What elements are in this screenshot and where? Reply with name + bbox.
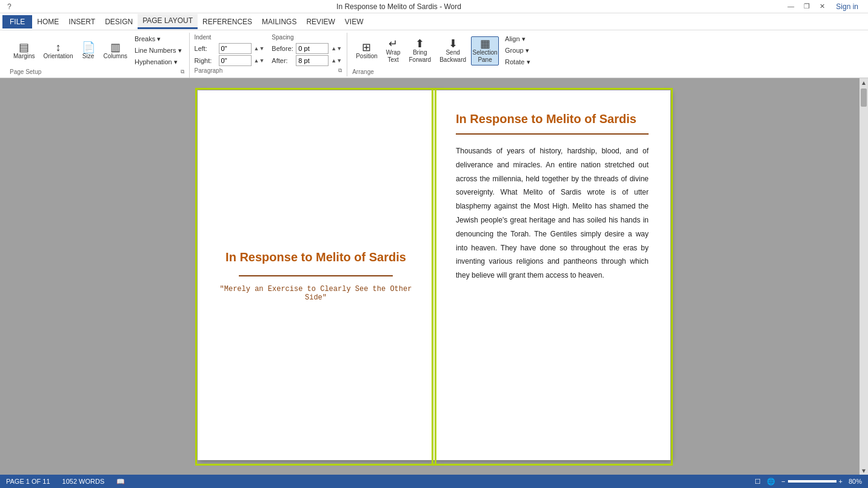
help-icon[interactable]: ? — [5, 2, 14, 11]
ribbon: ▤ Margins ↕ Orientation 📄 Size ▥ Columns… — [0, 30, 868, 78]
spacing-before-input[interactable] — [296, 43, 329, 54]
scroll-thumb[interactable] — [861, 89, 867, 107]
menu-file[interactable]: FILE — [2, 15, 32, 28]
indent-group: Indent Left: ▲▼ Right: ▲▼ — [195, 34, 265, 66]
indent-right-label: Right: — [195, 57, 216, 64]
paragraph-label: Paragraph — [195, 67, 223, 74]
menu-design[interactable]: DESIGN — [100, 15, 138, 28]
scroll-down-arrow[interactable]: ▼ — [860, 466, 868, 475]
close-button[interactable]: ✕ — [816, 2, 829, 11]
restore-button[interactable]: ❐ — [800, 2, 813, 11]
menu-references[interactable]: REFERENCES — [198, 15, 257, 28]
menu-home[interactable]: HOME — [32, 15, 64, 28]
indent-left-spinner[interactable]: ▲▼ — [254, 45, 265, 52]
page1-divider — [239, 275, 393, 276]
position-icon: ⊞ — [362, 42, 371, 53]
group-label: Group ▾ — [505, 47, 529, 55]
sign-in-button[interactable]: Sign in — [831, 2, 863, 11]
page-1[interactable]: In Response to Melito of Sardis "Merely … — [198, 90, 434, 460]
size-icon: 📄 — [82, 42, 95, 53]
spacing-before-spinner[interactable]: ▲▼ — [331, 45, 342, 52]
send-backward-button[interactable]: ⬇ SendBackward — [436, 37, 470, 65]
page2-title: In Response to Melito of Sardis — [456, 112, 649, 126]
title-bar: ? In Response to Melito of Sardis - Word… — [0, 0, 868, 13]
indent-right-input[interactable] — [219, 55, 252, 66]
spacing-label: Spacing — [272, 34, 342, 41]
selection-pane-button[interactable]: ▦ Selection Pane — [471, 36, 499, 65]
send-backward-label: SendBackward — [439, 49, 466, 64]
rotate-button[interactable]: Rotate ▾ — [502, 57, 532, 67]
document-title: In Response to Melito of Sardis - Word — [336, 2, 461, 11]
wrap-text-button[interactable]: ↵ WrapText — [382, 37, 404, 65]
menu-mailings[interactable]: MAILINGS — [257, 15, 301, 28]
menu-insert[interactable]: INSERT — [64, 15, 100, 28]
menu-review[interactable]: REVIEW — [301, 15, 339, 28]
selection-pane-icon: ▦ — [480, 38, 490, 49]
wrap-text-label: WrapText — [386, 49, 401, 64]
margins-icon: ▤ — [19, 42, 29, 53]
page-setup-group: ▤ Margins ↕ Orientation 📄 Size ▥ Columns… — [5, 33, 190, 78]
columns-icon: ▥ — [110, 42, 121, 53]
page-2[interactable]: In Response to Melito of Sardis Thousand… — [434, 90, 670, 460]
spacing-before-label: Before: — [272, 45, 293, 52]
breaks-button[interactable]: Breaks ▾ — [132, 34, 184, 44]
margins-label: Margins — [13, 53, 35, 60]
group-button[interactable]: Group ▾ — [502, 45, 532, 56]
breaks-label: Breaks ▾ — [135, 35, 161, 43]
hyphenation-label: Hyphenation ▾ — [135, 58, 178, 66]
status-bar: PAGE 1 OF 11 1052 WORDS 📖 ☐ 🌐 − + 80% — [0, 475, 868, 475]
orientation-icon: ↕ — [56, 42, 61, 53]
rotate-label: Rotate ▾ — [505, 58, 530, 66]
arrange-group: ⊞ Position ↵ WrapText ⬆ BringForward ⬇ S… — [347, 33, 537, 78]
arrange-label: Arrange — [352, 69, 374, 75]
position-button[interactable]: ⊞ Position — [352, 41, 381, 61]
spacing-after-label: After: — [272, 57, 293, 64]
columns-button[interactable]: ▥ Columns — [100, 41, 131, 61]
indent-label: Indent — [195, 34, 265, 41]
align-label: Align ▾ — [505, 35, 526, 43]
pages-container: In Response to Melito of Sardis "Merely … — [198, 90, 670, 463]
spacing-group: Spacing Before: ▲▼ After: ▲▼ — [272, 34, 342, 66]
page2-divider — [456, 133, 649, 135]
columns-label: Columns — [104, 53, 127, 60]
wrap-text-icon: ↵ — [389, 38, 398, 49]
paragraph-group: Indent Left: ▲▼ Right: ▲▼ Spacing Before… — [190, 33, 348, 76]
page-setup-expand-icon[interactable]: ⧉ — [181, 69, 184, 75]
menu-view[interactable]: VIEW — [340, 15, 369, 28]
page2-body: Thousands of years of history, hardship,… — [456, 144, 649, 282]
spacing-after-input[interactable] — [296, 55, 329, 66]
vertical-scrollbar[interactable]: ▲ ▼ — [860, 78, 868, 475]
align-button[interactable]: Align ▾ — [502, 34, 532, 44]
size-button[interactable]: 📄 Size — [78, 41, 99, 61]
send-backward-icon: ⬇ — [449, 38, 458, 49]
bring-forward-button[interactable]: ⬆ BringForward — [405, 37, 435, 65]
bring-forward-label: BringForward — [409, 49, 431, 64]
margins-button[interactable]: ▤ Margins — [10, 41, 39, 61]
line-numbers-label: Line Numbers ▾ — [135, 47, 182, 55]
orientation-button[interactable]: ↕ Orientation — [40, 41, 77, 61]
orientation-label: Orientation — [44, 53, 73, 60]
line-numbers-button[interactable]: Line Numbers ▾ — [132, 45, 184, 56]
paragraph-expand-icon[interactable]: ⧉ — [338, 67, 342, 74]
spacing-after-spinner[interactable]: ▲▼ — [331, 58, 342, 64]
bring-forward-icon: ⬆ — [415, 38, 424, 49]
indent-right-spinner[interactable]: ▲▼ — [254, 58, 265, 64]
page-2-wrapper: In Response to Melito of Sardis Thousand… — [434, 90, 670, 463]
size-label: Size — [82, 53, 94, 60]
menu-bar: FILE HOME INSERT DESIGN PAGE LAYOUT REFE… — [0, 13, 868, 30]
indent-left-label: Left: — [195, 45, 216, 52]
position-label: Position — [356, 53, 378, 60]
indent-left-input[interactable] — [219, 43, 252, 54]
scroll-up-arrow[interactable]: ▲ — [860, 78, 868, 87]
page1-title: In Response to Melito of Sardis — [225, 249, 406, 266]
selection-pane-label: Selection Pane — [473, 49, 498, 64]
hyphenation-button[interactable]: Hyphenation ▾ — [132, 57, 184, 67]
page-1-wrapper: In Response to Melito of Sardis "Merely … — [198, 90, 434, 463]
document-area[interactable]: In Response to Melito of Sardis "Merely … — [0, 78, 868, 475]
page1-subtitle: "Merely an Exercise to Clearly See the O… — [219, 285, 412, 302]
minimize-button[interactable]: — — [784, 2, 798, 11]
page-setup-label: Page Setup — [10, 69, 41, 75]
menu-page-layout[interactable]: PAGE LAYOUT — [138, 14, 198, 29]
